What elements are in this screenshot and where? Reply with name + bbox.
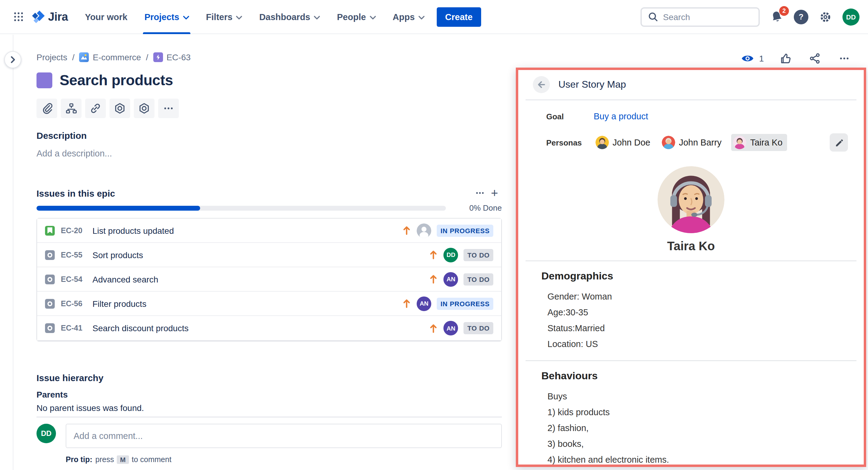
goal-row: Goal Buy a product [546, 111, 864, 121]
issue-summary[interactable]: Search discount products [92, 323, 189, 333]
issue-key[interactable]: EC-41 [61, 324, 86, 332]
status-badge[interactable]: TO DO [464, 273, 493, 285]
unassigned-avatar-icon[interactable] [417, 223, 431, 238]
divider [526, 261, 857, 261]
expand-sidebar-button[interactable] [4, 51, 21, 68]
nut-icon [114, 102, 126, 114]
persona-name: Taira Ko [750, 138, 782, 147]
breadcrumb-issue[interactable]: EC-63 [153, 52, 190, 62]
assignee-avatar[interactable]: AN [444, 321, 458, 335]
progress-fill [36, 205, 200, 210]
attach-icon [41, 102, 53, 114]
top-nav: Jira Your work Projects Filters [0, 0, 868, 34]
breadcrumb-project[interactable]: E-commerce [80, 52, 141, 62]
nav-item[interactable]: People [331, 0, 382, 34]
persona-name: John Barry [679, 138, 721, 147]
assignee-avatar[interactable]: AN [444, 272, 458, 287]
issue-row[interactable]: EC-54 Advanced search AN TO DO [37, 267, 501, 292]
like-button[interactable] [779, 51, 793, 66]
comment-input[interactable]: Add a comment... [66, 424, 502, 448]
add-child-button[interactable] [61, 99, 82, 118]
create-button[interactable]: Create [437, 7, 481, 27]
global-search[interactable] [641, 7, 760, 27]
nav-item[interactable]: Projects [138, 0, 195, 34]
sidebar-divider [13, 35, 13, 470]
issue-summary[interactable]: List products updated [92, 226, 174, 235]
nav-item[interactable]: Apps [386, 0, 431, 34]
app-nut-button-1[interactable] [110, 99, 130, 118]
panel-header: User Story Map [518, 70, 864, 98]
parents-label: Parents [36, 390, 68, 400]
app-nut-button-2[interactable] [134, 99, 155, 118]
edit-personas-button[interactable] [830, 133, 848, 152]
epic-issues-more-button[interactable] [473, 186, 487, 200]
nut-icon [138, 102, 150, 114]
chevron-down-icon [236, 16, 242, 19]
nav-item[interactable]: Your work [79, 0, 133, 34]
progress-done-label: 0% Done [469, 203, 502, 212]
assignee-avatar[interactable]: DD [444, 247, 458, 262]
personas-row: Personas John Doe [546, 133, 848, 152]
breadcrumb-projects[interactable]: Projects [36, 52, 67, 62]
personas-label: Personas [546, 138, 594, 147]
issue-key[interactable]: EC-54 [61, 275, 86, 284]
issue-key[interactable]: EC-20 [61, 226, 86, 235]
demographics-lines: Gender: WomanAge:30-35Status:MarriedLoca… [548, 289, 864, 352]
link-button[interactable] [85, 99, 106, 118]
status-badge[interactable]: TO DO [464, 322, 493, 334]
behaviours-heading: Behaviours [541, 370, 864, 382]
issue-row[interactable]: EC-55 Sort products DD TO DO [37, 243, 501, 267]
issue-key[interactable]: EC-56 [61, 299, 86, 308]
behaviour-line: 3) books, [548, 436, 864, 452]
persona-chip[interactable]: John Doe [594, 134, 655, 151]
assignee-avatar[interactable]: AN [417, 296, 431, 311]
notifications-button[interactable]: 2 [769, 9, 785, 25]
attach-button[interactable] [36, 99, 57, 118]
user-avatar[interactable]: DD [842, 8, 860, 25]
issue-summary[interactable]: Sort products [92, 250, 143, 260]
more-actions-button[interactable] [837, 51, 851, 66]
help-button[interactable]: ? [794, 9, 808, 24]
app-switcher-icon[interactable] [8, 7, 28, 27]
progress-bar [36, 205, 446, 210]
hierarchy-heading: Issue hierarchy [36, 373, 103, 383]
status-badge[interactable]: TO DO [464, 249, 493, 261]
nav-item[interactable]: Dashboards [253, 0, 326, 34]
status-badge[interactable]: IN PROGRESS [437, 224, 493, 237]
search-input[interactable] [663, 12, 742, 22]
description-placeholder[interactable]: Add a description... [36, 149, 112, 158]
goal-label: Goal [546, 112, 594, 121]
edit-icon [834, 138, 843, 147]
share-icon [809, 52, 821, 64]
add-issue-button[interactable]: + [487, 186, 502, 200]
task-type-icon [45, 299, 55, 309]
issue-row[interactable]: EC-41 Search discount products AN TO DO [37, 316, 501, 340]
issue-row[interactable]: EC-20 List products updated [37, 218, 501, 243]
issue-summary[interactable]: Advanced search [92, 274, 158, 284]
like-icon [780, 52, 792, 64]
issue-row[interactable]: EC-56 Filter products AN IN PROGRESS [37, 292, 501, 316]
watch-button[interactable]: 1 [741, 54, 764, 63]
chevron-down-icon [183, 16, 189, 19]
watch-count: 1 [759, 54, 764, 63]
demographic-line: Gender: Woman [548, 289, 864, 304]
task-type-icon [45, 250, 55, 260]
issue-key[interactable]: EC-55 [61, 251, 86, 259]
plus-icon: + [491, 186, 498, 200]
epic-issues-header: Issues in this epic + [36, 186, 502, 200]
persona-chip[interactable]: Taira Ko [731, 134, 787, 151]
toolbar-more-button[interactable] [158, 99, 179, 118]
issue-summary[interactable]: Filter products [92, 299, 146, 309]
status-badge[interactable]: IN PROGRESS [437, 297, 493, 310]
panel-back-button[interactable] [533, 76, 550, 93]
settings-button[interactable] [817, 9, 833, 25]
goal-link[interactable]: Buy a product [594, 111, 648, 121]
nav-item[interactable]: Filters [200, 0, 248, 34]
issue-toolbar [36, 99, 179, 118]
comment-avatar: DD [36, 424, 56, 443]
priority-high-icon [429, 249, 438, 260]
share-button[interactable] [808, 51, 823, 66]
persona-chip[interactable]: John Barry [660, 134, 726, 151]
jira-logo[interactable]: Jira [30, 9, 68, 24]
priority-high-icon [429, 323, 438, 333]
